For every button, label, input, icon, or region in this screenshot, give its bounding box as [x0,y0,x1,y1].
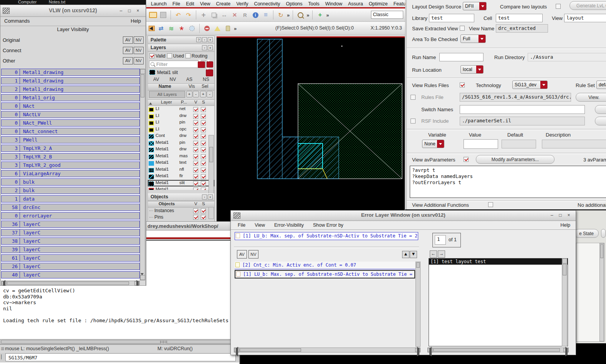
maximize-icon[interactable]: □ [557,212,563,218]
close-icon[interactable]: × [208,37,213,42]
run-name-input[interactable] [439,53,483,61]
maximize-icon[interactable]: □ [126,8,132,14]
filter-checkbox[interactable]: Routing [185,53,207,59]
delete-icon[interactable] [230,11,239,19]
visibility-button[interactable]: AV [148,77,164,83]
area-dropdown[interactable]: Full [460,35,486,43]
visibility-button[interactable]: NV [164,77,181,83]
save-extracted-checkbox[interactable] [460,26,465,31]
visibility-button[interactable]: AS [181,77,198,83]
move-down-icon[interactable]: ▼ [410,251,417,258]
redraw-icon[interactable] [277,11,285,19]
vlw-layer-row[interactable]: 0 bulk [1,178,140,186]
layer-row[interactable]: Metal1 drw [148,146,214,153]
vlw-layer-row[interactable]: 3 TmpLYR_2_good [1,161,140,169]
cell-row[interactable]: [1] test layout test [429,259,568,265]
menu-help[interactable]: Help [131,18,141,24]
vlw-layer-row[interactable]: 1 data [1,195,140,203]
cell-list-hscrollbar[interactable] [427,348,569,352]
clipped-button[interactable] [595,105,606,114]
toolbar-overflow-icon[interactable]: » [326,12,329,18]
layer-row[interactable]: Cont drw [148,133,214,140]
selectable-checkbox[interactable] [201,107,206,112]
switch-names-input[interactable] [460,105,585,114]
menu-item[interactable]: Verify [236,1,248,7]
filter-checkbox[interactable]: Used [167,53,184,59]
visible-checkbox[interactable] [193,127,198,132]
visible-checkbox[interactable] [193,154,198,159]
visible-checkbox[interactable] [193,147,198,152]
menu-item[interactable]: Assura [348,1,363,7]
all-visible-button[interactable]: AV [123,36,133,44]
selectable-checkbox[interactable] [201,208,206,213]
sel-minus-button[interactable]: - [207,91,213,97]
selectable-checkbox[interactable] [201,134,206,139]
vlw-layer-row[interactable]: 2 bulk [1,187,140,194]
column-name[interactable]: Name [159,84,171,89]
all-visible-button[interactable]: AV [237,250,247,259]
none-visible-button[interactable]: NV [134,36,144,44]
rules-file-input[interactable]: /SG13S_616_rev1.5.4_a/Assura_SG13/drc.ru… [460,93,571,102]
error-row[interactable]: [1] LU_b: Max. sep. of Substrate-nSD-Act… [235,270,415,278]
workspace-combo[interactable]: Classic [371,11,403,19]
visible-checkbox[interactable] [193,114,198,119]
layer-row[interactable]: LI drw [148,113,214,120]
column-s[interactable]: S [202,201,205,206]
reshape-icon[interactable] [157,24,165,33]
desktop-panel-item[interactable]: Notes.txt [49,0,65,4]
vis-minus-button[interactable]: - [193,91,199,97]
column-objects[interactable]: Objects [159,201,175,206]
vlw-layer-row[interactable]: 39 layerC [1,246,140,253]
menu-help[interactable]: Help [560,222,570,228]
close-icon[interactable]: × [208,45,213,50]
layer-row[interactable]: Metal1 text [148,160,214,166]
error-list-hscrollbar[interactable] [234,348,421,352]
move-up-icon[interactable]: ▲ [402,251,409,258]
background-scrollbar[interactable] [599,243,604,341]
selectable-checkbox[interactable] [201,154,206,159]
object-row[interactable]: Instances [148,208,214,214]
vlw-layer-row[interactable]: 58 drcEnc [1,204,140,211]
select-mode-icon[interactable] [149,26,155,31]
vlw-layer-row[interactable]: 0 Metal1_drawing [1,69,140,76]
run-location-dropdown[interactable]: local [460,65,483,74]
error-swatch[interactable] [235,262,240,267]
vlw-layer-row[interactable]: 0 NAct_connect [1,128,140,135]
visibility-button[interactable]: NS [198,77,214,83]
vlw-layer-row[interactable]: 0 Metal1_orig [1,94,140,101]
float-icon[interactable]: ▫ [202,194,207,199]
properties-icon[interactable]: i [251,11,260,19]
checkbox-icon[interactable] [149,53,154,58]
menu-item[interactable]: File [238,222,245,228]
selectable-checkbox[interactable] [201,141,206,146]
visible-checkbox[interactable] [193,161,198,166]
visible-checkbox[interactable] [193,181,198,186]
menu-item[interactable]: Edit [186,1,194,7]
float-icon[interactable]: ▫ [202,45,207,50]
view-rules-button[interactable]: View. [576,93,606,102]
help-icon[interactable]: ? [196,37,201,42]
menu-item[interactable]: View [200,1,210,7]
layer-row[interactable]: Metal1 mas [148,153,214,160]
vlw-layer-row[interactable]: 2 Metal1_drawing [1,86,140,93]
scroll-grip-icon[interactable] [160,341,167,344]
cell-input[interactable]: test [496,14,543,22]
current-layer-row[interactable]: Metal1 slit [148,69,214,77]
layer-row[interactable]: Metal1 pin [148,140,214,147]
warning-icon[interactable] [213,24,222,33]
column-layer[interactable]: Layer [161,100,172,104]
vlw-layer-row[interactable]: 61 layerC [1,254,140,262]
ciw-input[interactable]: SG13S/M6M7 [5,353,236,361]
move-icon[interactable] [199,11,208,19]
column-vis[interactable]: Vis [189,84,195,89]
selectable-checkbox[interactable] [201,181,206,186]
checkbox-icon[interactable] [185,53,190,58]
vlw-layer-row[interactable]: 0 NAct [1,102,140,110]
column-sel[interactable]: Sel [202,84,208,89]
variable-value-input[interactable] [464,139,498,149]
design-source-dropdown[interactable]: DFII [463,2,487,10]
layout-canvas[interactable] [217,36,405,222]
prev-error-icon[interactable]: ← [430,250,437,258]
toolbar-overflow-icon[interactable]: » [306,12,309,18]
vlw-horizontal-scrollbar[interactable] [1,281,140,286]
